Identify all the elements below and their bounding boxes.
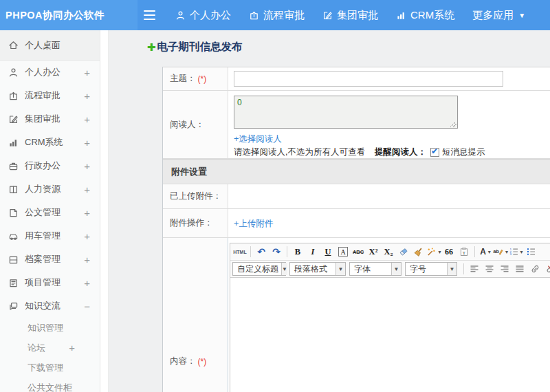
- editor-toolbar-row2: 自定义标题▼段落格式▼字体▼字号▼: [230, 261, 550, 278]
- resize-grip-icon[interactable]: [450, 121, 456, 127]
- sidebar-item-人力资源[interactable]: 人力资源+: [0, 177, 100, 201]
- ordered-list-button[interactable]: 123▾: [508, 245, 523, 259]
- svg-text:3: 3: [509, 252, 512, 256]
- sidebar-item-行政办公[interactable]: 行政办公+: [0, 154, 100, 177]
- sidebar-item-知识管理[interactable]: 知识管理: [0, 318, 100, 338]
- strikethrough-button[interactable]: ABC: [351, 245, 366, 259]
- sidebar-item-用车管理[interactable]: 用车管理+: [0, 224, 100, 248]
- sidebar-item-论坛[interactable]: 论坛+: [0, 338, 100, 358]
- sidebar-nav: 个人桌面个人办公+流程审批+集团审批+CRM系统+行政办公+人力资源+公文管理+…: [0, 30, 100, 392]
- subject-label: 主题： (*): [163, 67, 228, 90]
- sidebar-item-label: 档案管理: [25, 253, 84, 265]
- link-icon: [530, 264, 540, 274]
- expand-toggle-icon[interactable]: +: [84, 254, 93, 265]
- undo-button[interactable]: ↶: [254, 245, 269, 259]
- superscript-button[interactable]: X²: [366, 245, 381, 259]
- sidebar-item-集团审批[interactable]: 集团审批+: [0, 107, 100, 131]
- align-justify-button[interactable]: [512, 262, 527, 276]
- page-title: ✚ 电子期刊信息发布: [147, 40, 243, 54]
- underline-button[interactable]: U: [320, 245, 336, 259]
- italic-button[interactable]: I: [305, 245, 320, 259]
- sidebar-item-项目管理[interactable]: 项目管理+: [0, 271, 100, 294]
- editor-toolbar-row1: HTML↶↷BIUAABCX²X₂▾66TA▾ab▾123▾: [230, 243, 550, 261]
- doc-icon: [8, 208, 19, 218]
- link-button[interactable]: [527, 262, 542, 276]
- user-icon: [175, 10, 190, 21]
- toolbar-separator: [463, 263, 464, 274]
- sidebar-item-label: 论坛: [28, 342, 69, 354]
- eraser-button[interactable]: [396, 245, 411, 259]
- highlight-icon: ab: [493, 247, 503, 257]
- select-readers-link[interactable]: +选择阅读人: [234, 133, 282, 145]
- readers-textarea[interactable]: 0: [234, 96, 458, 129]
- user-icon: [8, 67, 19, 78]
- auto-typeset-button[interactable]: ▾: [426, 245, 441, 259]
- expand-toggle-icon[interactable]: +: [69, 342, 93, 353]
- subscript-button[interactable]: X₂: [381, 245, 396, 259]
- sidebar-item-公文管理[interactable]: 公文管理+: [0, 201, 100, 224]
- subject-input[interactable]: [234, 71, 503, 87]
- top-nav-item-5[interactable]: 更多应用▼: [463, 0, 534, 30]
- heading-select[interactable]: 自定义标题▼: [232, 262, 286, 276]
- unlink-button[interactable]: [542, 262, 550, 276]
- top-nav-label: CRM系统: [410, 9, 454, 22]
- chart-icon: [396, 10, 410, 21]
- top-nav-label: 个人办公: [190, 9, 231, 22]
- sidebar-item-档案管理[interactable]: 档案管理+: [0, 248, 100, 271]
- top-nav-item-4[interactable]: CRM系统: [387, 0, 463, 30]
- select-value: 字号: [406, 263, 447, 275]
- box-a-button[interactable]: A: [336, 245, 351, 259]
- sidebar-item-流程审批[interactable]: 流程审批+: [0, 84, 100, 107]
- sidebar-item-个人办公[interactable]: 个人办公+: [0, 61, 100, 84]
- top-nav-label: 更多应用: [472, 9, 514, 22]
- sms-checkbox[interactable]: ✔: [430, 148, 439, 157]
- html-button[interactable]: HTML: [232, 245, 248, 259]
- sidebar-scrollbar[interactable]: [100, 30, 109, 392]
- expand-toggle-icon[interactable]: +: [84, 113, 93, 125]
- expand-toggle-icon[interactable]: +: [84, 67, 93, 78]
- sidebar-item-CRM系统[interactable]: CRM系统+: [0, 131, 100, 154]
- top-nav-label: 流程审批: [263, 9, 305, 22]
- expand-toggle-icon[interactable]: +: [84, 277, 93, 289]
- bold-button[interactable]: B: [290, 245, 305, 259]
- sidebar-item-个人桌面[interactable]: 个人桌面: [0, 30, 100, 61]
- paste-text-icon: T: [459, 247, 469, 257]
- align-center-icon: [485, 264, 494, 274]
- sidebar-item-公共文件柜[interactable]: 公共文件柜: [0, 378, 100, 392]
- expand-toggle-icon[interactable]: −: [84, 301, 93, 312]
- redo-button[interactable]: ↷: [269, 245, 284, 259]
- font-size-select[interactable]: 字号▼: [405, 262, 457, 276]
- paste-text-button[interactable]: T: [456, 245, 472, 259]
- top-nav-item-1[interactable]: 个人办公: [166, 0, 240, 30]
- font-color-button[interactable]: A▾: [478, 245, 493, 259]
- sidebar-item-知识交流[interactable]: 知识交流−: [0, 294, 100, 318]
- expand-toggle-icon[interactable]: +: [84, 90, 93, 102]
- top-nav-item-2[interactable]: 流程审批: [240, 0, 314, 30]
- format-brush-button[interactable]: [411, 245, 426, 259]
- hamburger-menu-icon[interactable]: [143, 10, 157, 21]
- sidebar-item-label: 行政办公: [25, 160, 84, 172]
- align-left-button[interactable]: [467, 262, 482, 276]
- paragraph-format-select[interactable]: 段落格式▼: [289, 262, 346, 276]
- align-right-button[interactable]: [497, 262, 512, 276]
- sidebar-item-下载管理[interactable]: 下载管理: [0, 358, 100, 378]
- unordered-list-icon: [526, 247, 536, 257]
- expand-toggle-icon[interactable]: +: [84, 207, 93, 219]
- expand-toggle-icon[interactable]: +: [84, 184, 93, 195]
- align-center-button[interactable]: [482, 262, 497, 276]
- format-brush-icon: [414, 247, 424, 257]
- font-family-select[interactable]: 字体▼: [349, 262, 402, 276]
- editor-content-area[interactable]: [230, 278, 550, 392]
- subject-row: 主题： (*): [163, 67, 550, 91]
- home-icon: [8, 40, 19, 50]
- expand-toggle-icon[interactable]: +: [84, 137, 93, 149]
- readers-row: 阅读人： 0 +选择阅读人 请选择阅读人,不选为所有人可查看 提醒阅读人： ✔ …: [163, 91, 550, 159]
- expand-toggle-icon[interactable]: +: [84, 230, 93, 242]
- blockquote-button[interactable]: 66: [441, 245, 456, 259]
- app-logo: PHPOA协同办公软件: [0, 0, 138, 30]
- unordered-list-button[interactable]: [523, 245, 538, 259]
- highlight-button[interactable]: ab▾: [493, 245, 508, 259]
- expand-toggle-icon[interactable]: +: [84, 160, 93, 172]
- top-nav-item-3[interactable]: 集团审批: [314, 0, 387, 30]
- upload-attachment-link[interactable]: +上传附件: [234, 209, 273, 238]
